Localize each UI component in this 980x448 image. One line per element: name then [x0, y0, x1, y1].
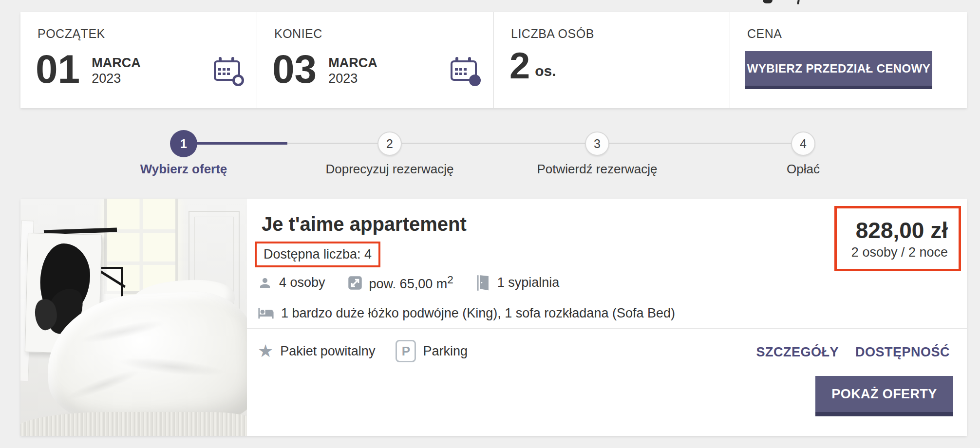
- guests-label: LICZBA OSÓB: [511, 27, 594, 41]
- start-date-value: 01 MARCA 2023: [36, 50, 141, 88]
- price-filter-tile: CENA WYBIERZ PRZEDZIAŁ CENOWY: [730, 12, 967, 108]
- price-filter-label: CENA: [747, 27, 782, 41]
- start-date-label: POCZĄTEK: [38, 27, 105, 41]
- step-4-number: 4: [800, 137, 807, 151]
- step-2-label: Doprecyzuj rezerwację: [307, 162, 472, 177]
- end-year: 2023: [328, 71, 377, 86]
- listing-card: Je t'aime appartement Dostępna liczba: 4…: [20, 199, 967, 436]
- star-icon: ★: [258, 342, 273, 360]
- choose-price-range-button[interactable]: WYBIERZ PRZEDZIAŁ CENOWY: [745, 51, 932, 89]
- bedrooms-item: 1 sypialnia: [476, 275, 560, 291]
- area-item: pow. 65,00 m2: [348, 274, 453, 292]
- start-day: 01: [36, 50, 80, 88]
- stepper-progress: [184, 142, 287, 145]
- end-date-value: 03 MARCA 2023: [272, 50, 377, 88]
- step-3-number: 3: [594, 137, 601, 151]
- clipped-top-text-fragment: [763, 0, 773, 3]
- price-annotation-box: 828,00 zł 2 osoby / 2 noce: [834, 206, 961, 271]
- price-note: 2 osoby / 2 noce: [851, 245, 948, 260]
- amenities-row: ★ Pakiet powitalny P Parking: [258, 340, 468, 362]
- person-icon: [258, 276, 272, 290]
- step-2-number: 2: [386, 137, 393, 151]
- guests-count: 2: [509, 48, 530, 83]
- area-text: pow. 65,00 m2: [369, 274, 453, 292]
- end-date-tile[interactable]: KONIEC 03 MARCA 2023: [257, 12, 493, 108]
- availability-annotation: Dostępna liczba: 4: [255, 242, 380, 267]
- card-links: SZCZEGÓŁY DOSTĘPNOŚĆ: [756, 345, 950, 360]
- door-icon: [476, 275, 490, 291]
- amenity-label: Parking: [423, 344, 468, 359]
- guests-unit: os.: [535, 63, 556, 79]
- bedrooms-text: 1 sypialnia: [497, 275, 560, 290]
- calendar-end-icon[interactable]: [451, 57, 478, 84]
- step-1-number: 1: [180, 137, 187, 151]
- step-4-label: Opłać: [720, 162, 886, 177]
- amenity-parking: P Parking: [396, 340, 468, 362]
- listing-photo[interactable]: [20, 199, 247, 436]
- details-link[interactable]: SZCZEGÓŁY: [756, 345, 839, 360]
- step-1-label: Wybierz ofertę: [101, 162, 266, 177]
- area-superscript: 2: [447, 274, 453, 286]
- filter-bar: POCZĄTEK 01 MARCA 2023 KONIEC 03 MARCA 2…: [20, 12, 967, 108]
- calendar-start-icon[interactable]: [214, 57, 241, 84]
- step-3-circle[interactable]: 3: [585, 131, 609, 156]
- availability-link[interactable]: DOSTĘPNOŚĆ: [855, 345, 950, 360]
- guests-tile[interactable]: LICZBA OSÓB 2 os.: [493, 12, 730, 108]
- step-3-label: Potwierdź rezerwację: [514, 162, 680, 177]
- step-1-circle[interactable]: 1: [170, 130, 197, 157]
- start-year: 2023: [92, 71, 141, 86]
- step-4-circle[interactable]: 4: [791, 131, 815, 156]
- show-offers-button[interactable]: POKAŻ OFERTY: [815, 376, 953, 416]
- clipped-top-text-fragment: [797, 0, 800, 4]
- occupancy-item: 4 osoby: [258, 275, 325, 290]
- start-month: MARCA: [92, 55, 141, 71]
- listing-meta-row: 4 osoby pow. 65,00 m2 1 sypialnia: [258, 274, 559, 292]
- amenity-label: Pakiet powitalny: [280, 344, 375, 359]
- end-day: 03: [272, 50, 317, 88]
- end-month: MARCA: [328, 55, 377, 71]
- area-resize-icon: [348, 276, 362, 290]
- beds-row: 1 bardzo duże łóżko podwójne (King), 1 s…: [258, 305, 675, 321]
- start-date-tile[interactable]: POCZĄTEK 01 MARCA 2023: [20, 12, 257, 108]
- card-divider: [247, 328, 967, 329]
- step-2-circle[interactable]: 2: [377, 131, 402, 156]
- amenity-welcome-pack: ★ Pakiet powitalny: [258, 342, 375, 360]
- guests-value: 2 os.: [509, 48, 556, 83]
- bed-icon: [258, 305, 274, 321]
- listing-title: Je t'aime appartement: [262, 213, 467, 235]
- occupancy-text: 4 osoby: [279, 275, 325, 290]
- end-date-label: KONIEC: [274, 27, 322, 41]
- parking-icon: P: [396, 340, 416, 362]
- price-value: 828,00 zł: [851, 218, 948, 243]
- beds-text: 1 bardzo duże łóżko podwójne (King), 1 s…: [281, 306, 675, 321]
